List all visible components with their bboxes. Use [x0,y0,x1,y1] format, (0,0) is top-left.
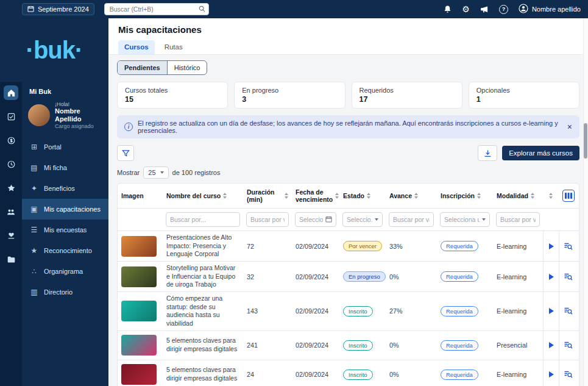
view-details-button[interactable] [559,360,577,386]
sort-icon[interactable] [549,193,553,199]
filter-input[interactable] [496,212,540,227]
segment-histórico[interactable]: Histórico [167,61,207,74]
people-icon[interactable] [4,204,18,219]
help-icon[interactable]: ? [499,5,508,14]
course-name[interactable]: 5 elementos claves para dirigir empresas… [166,366,237,382]
sidebar-item-mi-ficha[interactable]: ▤ Mi ficha [22,157,108,178]
main-content: Mis capacitaciones CursosRutas Pendiente… [108,18,588,386]
play-button[interactable] [543,231,559,261]
course-thumbnail[interactable] [121,335,157,356]
profile-card[interactable]: ¡Hola! Nombre Apellido Cargo asignado [22,101,108,137]
view-details-button[interactable] [559,292,577,331]
vertical-scrollbar[interactable] [583,18,588,386]
column-header[interactable]: Modalidad [493,187,543,204]
star-icon[interactable] [4,180,18,195]
sidebar-panel: Mi Buk ¡Hola! Nombre Apellido Cargo asig… [22,82,108,386]
tab-rutas[interactable]: Rutas [158,40,189,54]
scrollbar-thumb[interactable] [584,123,587,159]
course-thumbnail[interactable] [121,236,157,257]
sort-icon[interactable] [285,193,288,199]
segment-pendientes[interactable]: Pendientes [118,61,167,74]
column-header[interactable]: Avance [386,187,437,204]
course-name[interactable]: Cómo empezar una startup: desde su audie… [166,295,222,327]
filter-button[interactable] [117,145,134,161]
table-header-row: Imagen Nombre del curso Duración (min) F… [118,184,579,209]
column-filter [243,209,292,231]
stat-label: Opcionales [476,87,572,94]
enrollment-badge: Requerida [441,241,478,251]
filter-select[interactable]: Seleccio... [295,212,336,227]
course-name[interactable]: 5 elementos claves para dirigir empresas… [166,337,237,352]
icon-rail [0,82,22,386]
requests-icon[interactable] [4,109,18,124]
view-details-icon [564,370,573,379]
sidebar-item-directorio[interactable]: ▥ Directorio [22,282,108,302]
course-progress: 0% [386,271,437,283]
column-header[interactable]: Duración (min) [243,184,292,208]
column-header[interactable]: Imagen [118,187,163,204]
view-details-button[interactable] [559,231,577,261]
sidebar-item-mis-capacitaciones[interactable]: ▣ Mis capacitaciones [22,199,108,220]
sort-icon[interactable] [367,193,370,199]
sort-icon[interactable] [531,193,534,199]
sidebar-item-organigrama[interactable]: ∴ Organigrama [22,261,108,282]
course-thumbnail[interactable] [121,301,157,321]
sidebar-item-reconocimiento[interactable]: ★ Reconocimiento [22,240,108,261]
course-name[interactable]: Storytelling para Motivar e Influenciar … [166,264,235,288]
announcements-megaphone-icon[interactable] [480,5,489,13]
sort-icon[interactable] [335,193,339,199]
stat-value: 1 [476,95,572,104]
view-details-button[interactable] [559,331,577,360]
notifications-bell-icon[interactable] [444,5,452,13]
search-icon [199,5,205,12]
courses-table: Imagen Nombre del curso Duración (min) F… [117,183,579,386]
settings-gear-icon[interactable]: ⚙ [462,5,470,13]
sort-icon[interactable] [477,193,481,199]
sort-icon[interactable] [414,193,418,199]
home-icon[interactable] [4,85,18,100]
filter-input[interactable] [246,212,289,227]
folder-icon[interactable] [4,252,18,266]
play-button[interactable] [543,360,559,386]
filter-input[interactable] [166,212,240,227]
table-row: Storytelling para Motivar e Influenciar … [118,262,579,292]
column-header[interactable]: Estado [339,187,386,204]
sort-icon[interactable] [223,193,227,199]
user-menu[interactable]: Nombre apellido [519,4,581,15]
banner-close-icon[interactable]: × [567,123,572,131]
play-button[interactable] [543,292,559,331]
course-duration: 143 [243,305,292,317]
course-thumbnail[interactable] [121,266,157,287]
explore-courses-button[interactable]: Explorar más cursos [502,146,579,160]
play-icon [548,273,554,281]
course-name[interactable]: Presentaciones de Alto Impacto: Presenci… [166,234,232,257]
download-button[interactable] [478,145,497,161]
payments-icon[interactable] [4,133,18,148]
stat-label: En progreso [242,87,337,94]
column-header[interactable]: Inscripción [437,187,493,204]
search-input[interactable] [104,3,209,15]
stat-label: Cursos totales [125,87,220,94]
view-details-button[interactable] [559,262,577,291]
tab-cursos[interactable]: Cursos [118,40,155,54]
organigrama-icon: ∴ [30,267,38,276]
filter-select[interactable]: Selecciona u... [440,212,490,227]
course-thumbnail[interactable] [121,364,157,385]
sidebar-item-portal[interactable]: ⊞ Portal [22,137,108,157]
period-selector[interactable]: Septiembre 2024 [22,3,94,15]
menu-item-label: Organigrama [44,268,83,275]
time-clock-icon[interactable] [4,157,18,171]
column-header[interactable] [543,188,559,204]
column-settings-button[interactable] [562,190,575,202]
play-button[interactable] [543,331,559,360]
filter-input[interactable] [389,212,434,227]
column-header[interactable]: Nombre del curso [163,187,243,204]
course-due-date: 02/09/2024 [292,368,339,381]
recognition-heart-icon[interactable] [4,228,18,243]
filter-select[interactable]: Seleccio... [342,212,383,227]
sidebar-item-mis-encuestas[interactable]: ☰ Mis encuestas [22,220,108,240]
sidebar-item-beneficios[interactable]: ✦ Beneficios [22,178,108,199]
page-size-select[interactable]: 25 [143,166,168,179]
play-button[interactable] [543,262,559,291]
column-header[interactable]: Fecha de vencimiento [292,184,339,208]
